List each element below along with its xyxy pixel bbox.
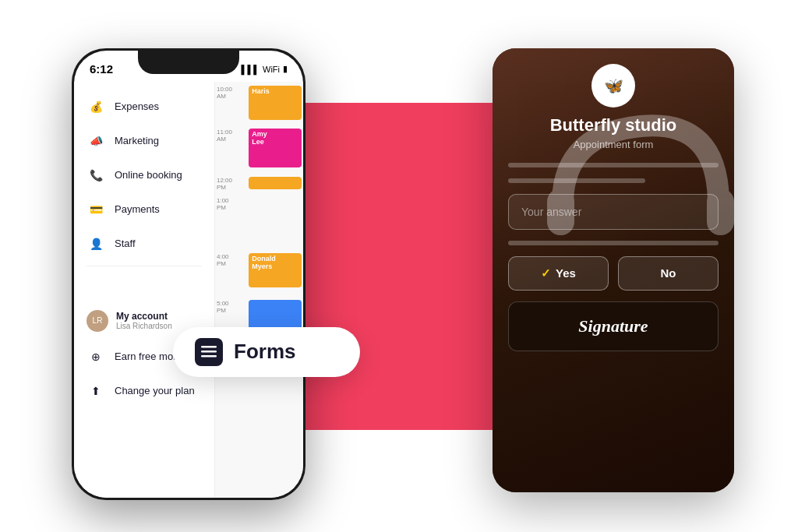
phone-calendar: 10:00AM Haris 11:00AM AmyLee 12:00PM 1:0… <box>214 82 303 498</box>
forms-pill[interactable]: Forms <box>173 327 360 377</box>
battery-icon: ▮ <box>283 64 288 74</box>
cal-time-1000: 10:00AM <box>217 86 232 100</box>
change-plan-icon: ⬆ <box>87 382 105 400</box>
form-field-bar-short <box>508 178 645 183</box>
no-button[interactable]: No <box>618 256 719 291</box>
phone-menu: 💰 Expenses 📣 Marketing 📞 Online booking … <box>74 82 214 498</box>
status-time: 6:12 <box>90 62 113 76</box>
earn-free-icon: ⊕ <box>87 347 105 366</box>
menu-item-marketing[interactable]: 📣 Marketing <box>74 124 214 158</box>
cal-slot-haris: Haris <box>249 86 302 120</box>
signature-button[interactable]: Signature <box>508 301 719 351</box>
status-icons: ▌▌▌ WiFi ▮ <box>242 64 288 74</box>
change-plan-label: Change your plan <box>115 385 195 396</box>
phone-screen: 6:12 ▌▌▌ WiFi ▮ 💰 Expenses 📣 Mark <box>74 51 303 498</box>
menu-divider <box>87 266 202 266</box>
signal-icon: ▌▌▌ <box>242 65 260 74</box>
cal-slot-noon <box>249 177 302 189</box>
signature-label: Signature <box>578 316 648 336</box>
yes-check-icon: ✓ <box>541 266 551 280</box>
marketing-icon: 📣 <box>87 132 105 150</box>
phone-content: 💰 Expenses 📣 Marketing 📞 Online booking … <box>74 82 303 498</box>
butterfly-icon: 🦋 <box>604 76 623 95</box>
forms-icon <box>195 338 223 366</box>
answer-input-field[interactable]: Your answer <box>508 194 719 230</box>
yes-button[interactable]: ✓ Yes <box>508 256 609 291</box>
card-form-subtitle: Appointment form <box>574 139 654 150</box>
staff-icon: 👤 <box>87 234 105 253</box>
expenses-label: Expenses <box>115 100 159 112</box>
avatar: LR <box>87 310 108 332</box>
menu-item-staff[interactable]: 👤 Staff <box>74 227 214 261</box>
expenses-icon: 💰 <box>87 97 105 116</box>
card-form-content: 🦋 Butterfly studio Appointment form Your… <box>493 48 734 492</box>
form-field-bar-1 <box>508 163 719 167</box>
card-studio-name: Butterfly studio <box>550 115 677 136</box>
cal-slot-donald: DonaldMyers <box>249 253 302 287</box>
yes-label: Yes <box>556 266 576 280</box>
marketing-label: Marketing <box>115 135 159 146</box>
main-scene: 6:12 ▌▌▌ WiFi ▮ 💰 Expenses 📣 Mark <box>48 33 750 500</box>
menu-item-change-plan[interactable]: ⬆ Change your plan <box>74 374 214 408</box>
menu-item-online-booking[interactable]: 📞 Online booking <box>74 158 214 192</box>
cal-time-100: 1:00PM <box>217 197 229 211</box>
svg-rect-1 <box>201 351 217 353</box>
form-field-bar-2 <box>508 241 719 245</box>
phone-notch <box>138 51 239 74</box>
cal-time-500: 5:00PM <box>217 300 229 314</box>
menu-item-payments[interactable]: 💳 Payments <box>74 192 214 227</box>
menu-item-expenses[interactable]: 💰 Expenses <box>74 90 214 124</box>
yes-no-row: ✓ Yes No <box>508 256 719 291</box>
online-booking-icon: 📞 <box>87 166 105 185</box>
cal-time-400: 4:00PM <box>217 253 229 267</box>
payments-label: Payments <box>115 203 160 215</box>
online-booking-label: Online booking <box>115 169 182 181</box>
staff-label: Staff <box>115 238 136 249</box>
cal-time-1200: 12:00PM <box>217 177 232 191</box>
account-text: My account Lisa Richardson <box>116 311 172 330</box>
account-username: Lisa Richardson <box>116 322 172 330</box>
phone-mockup: 6:12 ▌▌▌ WiFi ▮ 💰 Expenses 📣 Mark <box>72 48 305 500</box>
forms-label: Forms <box>234 340 295 364</box>
no-label: No <box>661 266 676 280</box>
svg-rect-0 <box>201 346 217 348</box>
cal-time-1100: 11:00AM <box>217 129 232 143</box>
cal-slot-amy: AmyLee <box>249 129 302 167</box>
payments-icon: 💳 <box>87 200 105 219</box>
answer-placeholder: Your answer <box>521 206 581 218</box>
card-logo: 🦋 <box>591 64 635 107</box>
appointment-card: 🦋 Butterfly studio Appointment form Your… <box>493 48 734 492</box>
account-name: My account <box>116 311 172 322</box>
wifi-icon: WiFi <box>263 65 280 74</box>
svg-rect-2 <box>201 355 217 358</box>
